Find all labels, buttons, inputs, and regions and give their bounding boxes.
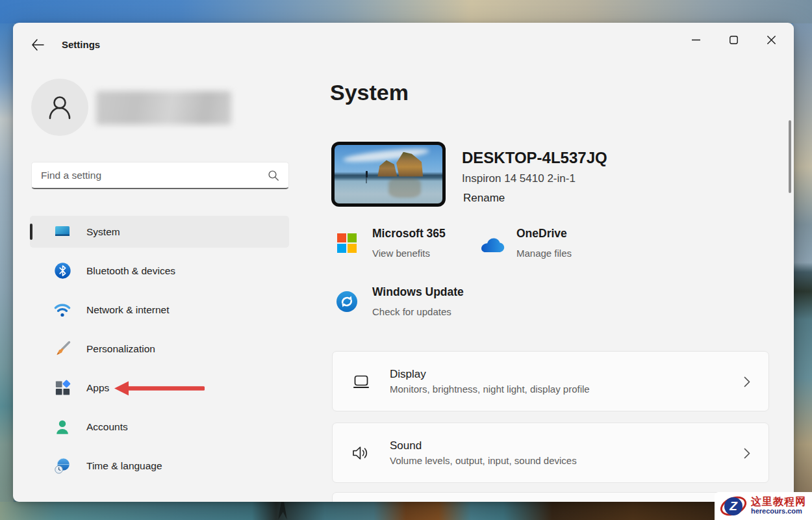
sidebar-item-label: System xyxy=(86,226,120,238)
watermark: Z 这里教程网 herecours.com xyxy=(715,492,812,520)
device-model: Inspiron 14 5410 2-in-1 xyxy=(462,172,576,185)
page-title: System xyxy=(330,80,409,105)
sidebar-item-system[interactable]: System xyxy=(30,216,289,248)
close-button[interactable] xyxy=(752,28,790,51)
card-subtitle: Volume levels, output, input, sound devi… xyxy=(390,455,577,466)
wallpaper-left-edge xyxy=(0,23,14,502)
sidebar-item-personalization[interactable]: Personalization xyxy=(30,333,289,365)
watermark-letter: Z xyxy=(724,497,742,515)
titlebar[interactable]: Settings xyxy=(13,23,794,53)
windows-update-title[interactable]: Windows Update xyxy=(372,285,464,299)
search-icon xyxy=(268,170,279,181)
search-input[interactable] xyxy=(41,170,268,181)
card-title: Sound xyxy=(390,439,577,452)
sidebar-item-accounts[interactable]: Accounts xyxy=(30,411,289,443)
chevron-right-icon xyxy=(744,376,750,390)
onedrive-icon xyxy=(478,237,505,254)
sidebar-item-network-internet[interactable]: Network & internet xyxy=(30,294,289,326)
sound-card[interactable]: Sound Volume levels, output, input, soun… xyxy=(332,422,769,483)
user-name-redacted xyxy=(96,91,231,125)
next-card-partial[interactable] xyxy=(332,492,769,502)
wallpaper-beach xyxy=(0,502,812,520)
wifi-icon xyxy=(53,301,71,319)
avatar[interactable] xyxy=(31,79,88,136)
selected-accent-bar xyxy=(30,224,32,240)
apps-icon xyxy=(53,379,71,397)
watermark-site-name: 这里教程网 xyxy=(751,497,806,508)
sidebar-item-label: Bluetooth & devices xyxy=(86,265,175,277)
annotation-arrow-to-apps xyxy=(114,381,205,396)
person-icon xyxy=(45,92,75,122)
rename-link[interactable]: Rename xyxy=(463,192,505,205)
desktop: Settings xyxy=(0,0,812,520)
close-icon xyxy=(767,36,776,44)
sound-icon xyxy=(351,443,372,463)
display-icon xyxy=(351,371,372,392)
display-card[interactable]: Display Monitors, brightness, night ligh… xyxy=(332,351,769,411)
microsoft-365-subtitle[interactable]: View benefits xyxy=(372,248,430,259)
sidebar-item-label: Apps xyxy=(86,382,109,394)
globe-clock-icon xyxy=(53,457,71,475)
back-arrow-icon xyxy=(31,39,44,51)
bluetooth-icon xyxy=(53,262,71,280)
watermark-logo-icon: Z xyxy=(718,494,748,519)
sidebar-item-label: Time & language xyxy=(86,460,162,472)
window-title: Settings xyxy=(62,39,100,50)
watermark-site-url: herecours.com xyxy=(751,508,806,515)
wallpaper-right-edge xyxy=(793,23,812,502)
sidebar-item-label: Network & internet xyxy=(86,304,170,316)
sidebar-item-label: Accounts xyxy=(86,421,128,433)
windows-update-subtitle[interactable]: Check for updates xyxy=(372,306,451,317)
device-name: DESKTOP-4L537JQ xyxy=(462,149,607,167)
sidebar-item-label: Personalization xyxy=(86,343,155,355)
chevron-right-icon xyxy=(744,448,750,462)
search-box[interactable] xyxy=(31,162,289,189)
minimize-button[interactable] xyxy=(677,28,715,51)
minimize-icon xyxy=(692,39,700,41)
card-title: Display xyxy=(390,368,590,381)
thumb-person-reflection xyxy=(366,177,367,183)
maximize-button[interactable] xyxy=(715,28,752,51)
onedrive-title[interactable]: OneDrive xyxy=(516,227,567,240)
back-button[interactable] xyxy=(30,37,45,53)
card-subtitle: Monitors, brightness, night light, displ… xyxy=(390,384,590,395)
maximize-icon xyxy=(730,36,738,44)
device-thumbnail xyxy=(331,142,446,207)
sidebar-item-bluetooth-devices[interactable]: Bluetooth & devices xyxy=(30,255,289,287)
microsoft-365-title[interactable]: Microsoft 365 xyxy=(372,227,446,240)
accounts-person-icon xyxy=(53,418,71,436)
sidebar-item-time-language[interactable]: Time & language xyxy=(30,450,289,482)
system-icon xyxy=(53,223,71,241)
windows-update-icon xyxy=(335,290,359,313)
device-wallpaper-preview xyxy=(335,145,442,203)
thumb-person xyxy=(366,171,368,177)
wallpaper-sky xyxy=(0,0,812,23)
brush-icon xyxy=(53,340,71,358)
scrollbar-thumb[interactable] xyxy=(789,120,791,193)
thumb-rock-reflection xyxy=(388,177,421,198)
settings-window: Settings xyxy=(13,23,794,502)
onedrive-subtitle[interactable]: Manage files xyxy=(516,248,572,259)
sidebar-nav: System Bluetooth & devices xyxy=(30,216,289,489)
thumb-rock-small xyxy=(377,160,397,176)
microsoft-365-icon xyxy=(337,233,357,253)
